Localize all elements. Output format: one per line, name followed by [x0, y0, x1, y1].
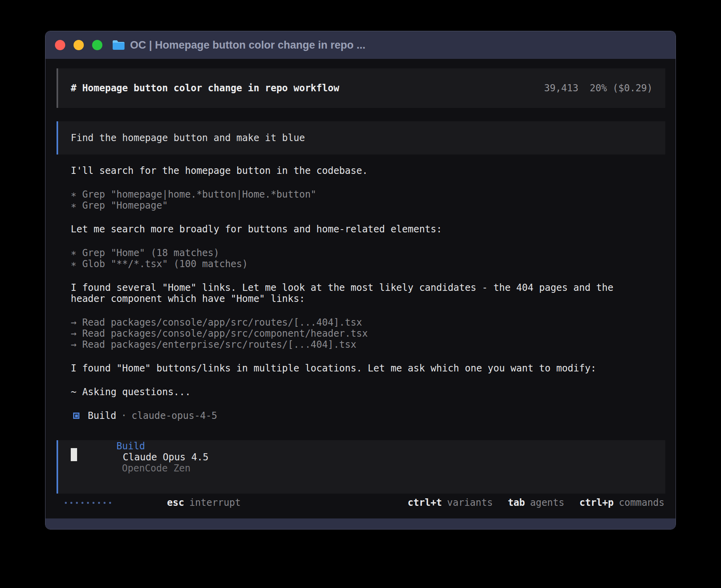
assistant-text-block: I found "Home" buttons/links in multiple… — [71, 363, 664, 374]
tool-call-block: → Read packages/console/app/src/routes/[… — [71, 317, 664, 350]
session-stats: 39,413 20% ($0.29) — [544, 83, 653, 94]
traffic-lights — [55, 40, 102, 50]
hint-interrupt: escinterrupt — [121, 486, 241, 519]
window-bottom-strip — [45, 518, 676, 529]
spinner-dot — [109, 502, 111, 504]
hint-agents: tabagents — [508, 497, 564, 508]
tool-call-line: → Read packages/enterprise/src/routes/[.… — [71, 339, 664, 350]
spinner-dot — [104, 502, 106, 504]
minimize-button[interactable] — [74, 40, 84, 50]
assistant-text-block: Let me search more broadly for buttons a… — [71, 224, 664, 235]
spinner-dot — [81, 502, 83, 504]
spinner-dot — [70, 502, 72, 504]
agent-status-line: Build · claude-opus-4-5 — [73, 410, 664, 421]
hint-key: esc — [167, 497, 184, 508]
hint-variants: ctrl+tvariants — [408, 497, 493, 508]
assistant-text-block: I found several "Home" links. Let me loo… — [71, 282, 664, 304]
folder-icon — [112, 40, 125, 51]
assistant-text-line: Let me search more broadly for buttons a… — [71, 224, 664, 235]
assistant-text-line: I found "Home" buttons/links in multiple… — [71, 363, 664, 374]
tool-call-line: ∗ Glob "**/*.tsx" (100 matches) — [71, 258, 664, 270]
status-bar: escinterrupt ctrl+tvariantstabagentsctrl… — [65, 497, 664, 508]
hint-label: commands — [619, 497, 664, 508]
agent-icon — [73, 413, 79, 419]
transcript: I'll search for the homepage button in t… — [71, 165, 664, 421]
tool-call-line: ∗ Grep "homepage|home.*button|Home.*butt… — [71, 189, 664, 200]
hint-key: tab — [508, 497, 525, 508]
tool-call-line: → Read packages/console/app/src/routes/[… — [71, 317, 664, 328]
session-header-panel: # Homepage button color change in repo w… — [57, 68, 665, 108]
assistant-text-line: I found several "Home" links. Let me loo… — [71, 282, 664, 293]
agent-separator: · — [121, 410, 126, 421]
tool-call-block: ∗ Grep "Home" (18 matches)∗ Glob "**/*.t… — [71, 247, 664, 270]
window-title: OC | Homepage button color change in rep… — [130, 39, 366, 51]
spinner-dot — [65, 502, 67, 504]
input-provider-label: OpenCode Zen — [122, 463, 191, 474]
assistant-text-block: I'll search for the homepage button in t… — [71, 165, 664, 176]
title-bar: OC | Homepage button color change in rep… — [45, 31, 676, 59]
agent-name: Build — [88, 410, 116, 421]
hint-key: ctrl+p — [579, 497, 614, 508]
spinner-dot — [87, 502, 89, 504]
agent-model: claude-opus-4-5 — [132, 410, 217, 421]
zoom-button[interactable] — [92, 40, 102, 50]
assistant-text-line: header component which have "Home" links… — [71, 293, 664, 304]
hint-label: interrupt — [189, 497, 241, 508]
spinner-dots — [65, 502, 111, 504]
terminal-window: OC | Homepage button color change in rep… — [45, 31, 676, 530]
prompt-input[interactable]: Build Claude Opus 4.5 OpenCode Zen — [57, 440, 665, 494]
hint-commands: ctrl+pcommands — [579, 497, 664, 508]
session-title: # Homepage button color change in repo w… — [71, 83, 339, 94]
user-message-panel: Find the homepage button and make it blu… — [57, 121, 665, 155]
hints-right: ctrl+tvariantstabagentsctrl+pcommands — [408, 497, 664, 508]
input-agent-label: Build — [117, 441, 145, 452]
tool-call-line: → Read packages/console/app/src/componen… — [71, 328, 664, 339]
input-model-row: Build Claude Opus 4.5 OpenCode Zen — [71, 430, 208, 485]
assistant-text-line: ~ Asking questions... — [71, 386, 664, 398]
tool-call-block: ∗ Grep "homepage|home.*button|Home.*butt… — [71, 189, 664, 211]
hint-label: agents — [530, 497, 564, 508]
assistant-text-line: I'll search for the homepage button in t… — [71, 165, 664, 176]
user-message-text: Find the homepage button and make it blu… — [71, 132, 305, 143]
spinner-dot — [98, 502, 100, 504]
close-button[interactable] — [55, 40, 65, 50]
tool-call-line: ∗ Grep "Homepage" — [71, 200, 664, 211]
hint-key: ctrl+t — [408, 497, 442, 508]
spinner-dot — [76, 502, 78, 504]
terminal-content: # Homepage button color change in repo w… — [45, 59, 676, 518]
input-model-label: Claude Opus 4.5 — [123, 452, 209, 463]
spinner-dot — [92, 502, 94, 504]
hint-label: variants — [447, 497, 493, 508]
tool-call-line: ∗ Grep "Home" (18 matches) — [71, 247, 664, 258]
assistant-text-block: ~ Asking questions... — [71, 386, 664, 398]
